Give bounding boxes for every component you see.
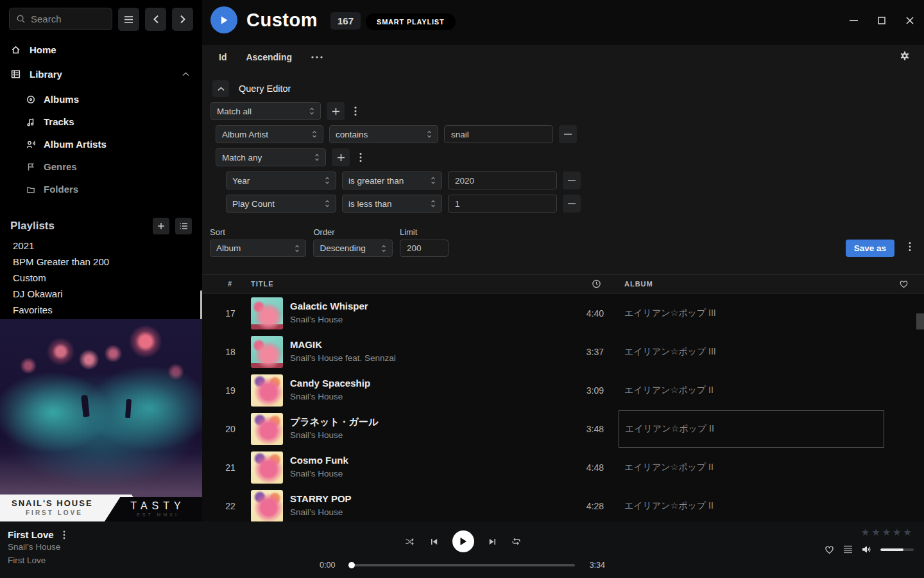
nav-forward-button[interactable] [172, 8, 193, 31]
limit-input[interactable] [400, 240, 449, 257]
track-artist[interactable]: Snail’s House [290, 506, 352, 519]
track-art-thumbnail[interactable] [251, 413, 283, 445]
rule-value-input[interactable] [448, 171, 557, 189]
remove-rule-button[interactable] [563, 195, 581, 213]
match-type-select[interactable]: Match all [210, 102, 321, 120]
rule-field-select[interactable]: Year [226, 171, 336, 189]
add-rule-button[interactable] [327, 102, 345, 120]
minimize-button[interactable] [839, 0, 868, 41]
album-name[interactable]: エイリアン☆ポップ II [624, 385, 714, 396]
playlist-list-icon-button[interactable] [175, 218, 192, 234]
rating-stars[interactable]: ★★★★★ [824, 527, 914, 538]
album-cell[interactable]: エイリアン☆ポップ III [619, 333, 884, 371]
sidebar-item-library[interactable]: Library [0, 62, 202, 86]
rule-field-select[interactable]: Album Artist [216, 125, 323, 143]
remove-rule-button[interactable] [559, 125, 577, 143]
now-playing-album[interactable]: First Love [8, 554, 65, 567]
track-options-icon[interactable] [63, 530, 65, 539]
playlist-item[interactable]: Favorites [0, 302, 202, 318]
sidebar-item-folders[interactable]: Folders [0, 178, 202, 200]
playlist-item[interactable]: DJ Okawari [0, 286, 202, 302]
more-options-icon[interactable] [311, 56, 323, 58]
rule-value-input[interactable] [448, 195, 557, 213]
close-button[interactable] [896, 0, 924, 41]
table-row[interactable]: 21 Cosmo Funk Snail’s House 4:48 エイリアン☆ポ… [202, 448, 924, 487]
album-cell[interactable]: エイリアン☆ポップ II [619, 372, 884, 409]
track-title[interactable]: プラネット・ガール [290, 416, 378, 428]
album-name[interactable]: エイリアン☆ポップ III [624, 346, 716, 358]
column-title[interactable]: TITLE [251, 280, 274, 288]
settings-gear-icon[interactable] [900, 51, 910, 61]
maximize-button[interactable] [868, 0, 896, 41]
subgroup-match-type-select[interactable]: Match any [216, 148, 326, 166]
album-cell[interactable]: エイリアン☆ポップ II [619, 487, 884, 521]
table-row[interactable]: 17 Galactic Whisper Snail’s House 4:40 エ… [202, 294, 924, 333]
sidebar-item-home[interactable]: Home [0, 37, 202, 62]
track-title[interactable]: Galactic Whisper [290, 300, 368, 313]
seek-slider[interactable] [350, 564, 575, 566]
table-row[interactable]: 22 STARRY POP Snail’s House 4:28 エイリアン☆ポ… [202, 487, 924, 521]
rule-operator-select[interactable]: contains [329, 125, 438, 143]
volume-icon[interactable] [861, 545, 872, 554]
duration-clock-icon[interactable] [592, 279, 601, 289]
track-artist[interactable]: Snail’s House feat. Sennzai [290, 352, 396, 365]
rule-value-input[interactable] [444, 125, 553, 143]
track-art-thumbnail[interactable] [251, 297, 283, 329]
playlist-item[interactable]: 2021 [0, 238, 202, 254]
now-playing-artist[interactable]: Snail’s House [8, 541, 65, 554]
table-row[interactable]: 19 Candy Spaceship Snail’s House 3:09 エイ… [202, 371, 924, 410]
track-artist[interactable]: Snail’s House [290, 390, 370, 403]
tracklist-scrollbar-thumb[interactable] [916, 313, 924, 329]
collapse-query-editor-button[interactable] [212, 80, 229, 97]
table-row[interactable]: 20 プラネット・ガール Snail’s House 3:48 エイリアン☆ポッ… [202, 410, 924, 448]
album-name[interactable]: エイリアン☆ポップ II [624, 462, 714, 473]
rule-operator-select[interactable]: is less than [342, 195, 442, 213]
shuffle-button[interactable] [404, 537, 416, 547]
play-button[interactable] [452, 530, 474, 552]
column-album[interactable]: ALBUM [624, 280, 653, 288]
order-select[interactable]: Descending [313, 240, 393, 257]
search-input[interactable] [31, 13, 101, 24]
sidebar-item-genres[interactable]: Genres [0, 155, 202, 178]
playlist-item[interactable]: Custom [0, 270, 202, 286]
album-name[interactable]: エイリアン☆ポップ III [624, 308, 716, 319]
nav-back-button[interactable] [145, 8, 166, 31]
queue-icon[interactable] [843, 545, 853, 554]
album-cell[interactable]: エイリアン☆ポップ II [619, 410, 884, 448]
group-options-icon[interactable] [355, 152, 366, 162]
search-box[interactable] [9, 8, 112, 30]
sort-direction-button[interactable]: Ascending [246, 52, 292, 62]
group-options-icon[interactable] [350, 106, 361, 116]
track-art-thumbnail[interactable] [251, 490, 283, 521]
track-title[interactable]: STARRY POP [290, 493, 352, 505]
previous-track-button[interactable] [429, 537, 439, 547]
chevron-up-icon[interactable] [182, 72, 189, 76]
track-art-thumbnail[interactable] [251, 451, 283, 484]
album-name[interactable]: エイリアン☆ポップ II [624, 500, 714, 512]
favorite-heart-icon[interactable] [824, 545, 835, 554]
rule-operator-select[interactable]: is greater than [342, 171, 442, 189]
track-title[interactable]: Candy Spaceship [290, 377, 370, 390]
sidebar-item-albums[interactable]: Albums [0, 88, 202, 110]
rule-field-select[interactable]: Play Count [226, 195, 336, 213]
sidebar-item-album-artists[interactable]: Album Artists [0, 133, 202, 155]
seek-slider-knob[interactable] [348, 562, 355, 568]
repeat-button[interactable] [511, 536, 522, 547]
table-row[interactable]: 18 MAGIK Snail’s House feat. Sennzai 3:3… [202, 333, 924, 371]
playlist-item[interactable]: BPM Greater than 200 [0, 254, 202, 270]
sort-select[interactable]: Album [210, 240, 306, 257]
add-rule-button[interactable] [332, 148, 350, 166]
track-title[interactable]: Cosmo Funk [290, 454, 348, 467]
favorite-column-heart-icon[interactable] [899, 279, 909, 288]
track-title[interactable]: MAGIK [290, 338, 396, 351]
now-playing-album-art[interactable]: SNAIL'S HOUSE FIRST LOVE TASTY EST MMXI [0, 319, 202, 521]
track-artist[interactable]: Snail’s House [290, 468, 348, 480]
next-track-button[interactable] [488, 537, 497, 547]
album-name[interactable]: エイリアン☆ポップ II [625, 423, 714, 435]
album-cell[interactable]: エイリアン☆ポップ II [619, 449, 884, 486]
remove-rule-button[interactable] [563, 171, 581, 189]
track-art-thumbnail[interactable] [251, 374, 283, 407]
volume-slider[interactable] [880, 548, 914, 551]
track-artist[interactable]: Snail’s House [290, 313, 368, 326]
play-playlist-button[interactable] [210, 6, 237, 33]
